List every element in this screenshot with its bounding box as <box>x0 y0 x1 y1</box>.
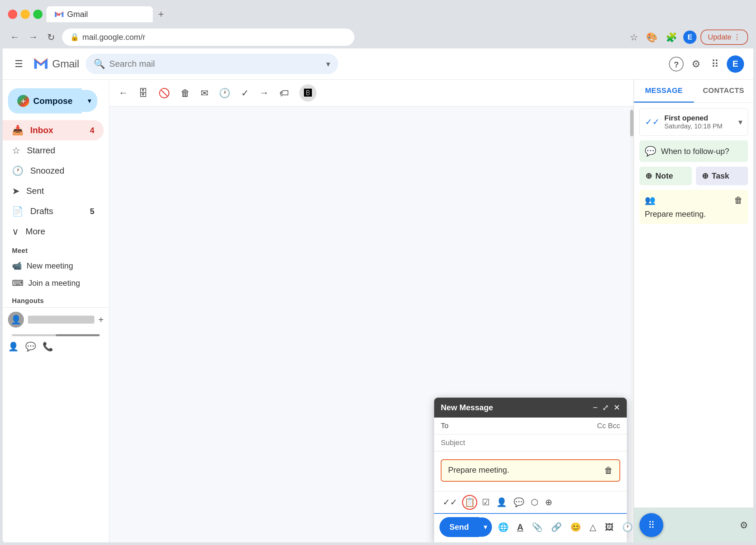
compose-close-button[interactable]: ✕ <box>614 403 620 412</box>
sidebar-item-sent[interactable]: ➤ Sent <box>3 181 104 201</box>
boomerang-toolbar: ✓✓ 📋 ☑ 👤 💬 ⬡ ⊕ <box>434 491 627 513</box>
browser-tab[interactable]: M Gmail <box>47 6 153 22</box>
boomerang-target-button[interactable]: ⊕ <box>543 495 554 509</box>
hangouts-section-title: Hangouts <box>3 292 109 307</box>
apps-fab-button[interactable]: ⠿ <box>639 513 663 537</box>
compose-note-delete-button[interactable]: 🗑 <box>604 465 613 476</box>
sidebar-item-inbox-label: Inbox <box>30 125 53 136</box>
compose-expand-button[interactable]: ⤢ <box>602 403 609 412</box>
refresh-button[interactable]: ↻ <box>45 30 57 45</box>
boomerang-avatar: 🅱 <box>299 84 317 102</box>
scrollbar-thumb[interactable] <box>630 110 633 136</box>
fullscreen-window-button[interactable] <box>33 10 43 19</box>
send-button[interactable]: Send <box>439 517 479 537</box>
color-extension-icon[interactable]: 🎨 <box>644 30 660 45</box>
sidebar-item-join-meeting[interactable]: ⌨ Join a meeting <box>3 274 109 292</box>
boomerang-chat-button[interactable]: 💬 <box>512 495 526 509</box>
toolbar-report-button[interactable]: 🚫 <box>156 85 173 101</box>
send-drive-button[interactable]: △ <box>587 519 599 535</box>
sidebar-item-starred[interactable]: ☆ Starred <box>3 140 104 161</box>
boomerang-check-button[interactable]: ☑ <box>480 495 492 509</box>
compose-button[interactable]: + Compose <box>8 88 82 114</box>
panel-settings-button[interactable]: ⚙ <box>740 520 748 531</box>
email-scroll-area[interactable]: New Message − ⤢ ✕ To Cc Bcc <box>109 107 633 542</box>
hamburger-menu-button[interactable]: ☰ <box>12 56 26 72</box>
toolbar-back-button[interactable]: ← <box>116 85 131 101</box>
phone-icon[interactable]: 📞 <box>43 341 53 352</box>
sidebar-item-inbox[interactable]: 📥 Inbox 4 <box>3 120 104 140</box>
send-schedule-button[interactable]: 🕐 <box>619 519 633 535</box>
minimize-window-button[interactable] <box>21 10 30 19</box>
new-tab-button[interactable]: + <box>155 6 167 23</box>
chat-icon[interactable]: 💬 <box>25 341 36 352</box>
sidebar-item-snoozed[interactable]: 🕐 Snoozed <box>3 161 104 181</box>
send-link-button[interactable]: 🔗 <box>548 519 564 535</box>
toolbar-move-button[interactable]: → <box>257 85 271 101</box>
follow-up-card[interactable]: 💬 When to follow-up? <box>639 140 748 162</box>
boomerang-code-button[interactable]: ⬡ <box>529 495 540 509</box>
gmail-avatar[interactable]: E <box>727 55 744 73</box>
compose-subject-input[interactable] <box>441 438 620 447</box>
close-window-button[interactable] <box>8 10 17 19</box>
boomerang-note-button[interactable]: 📋 <box>462 495 477 510</box>
compose-note-card: Prepare meeting. 🗑 <box>441 459 620 482</box>
search-dropdown-button[interactable]: ▾ <box>326 59 330 69</box>
header-icons: ? ⚙ ⠿ E <box>669 55 744 73</box>
sidebar-item-new-meeting[interactable]: 📹 New meeting <box>3 257 109 274</box>
browser-profile-avatar[interactable]: E <box>683 31 697 44</box>
boomerang-double-check-button[interactable]: ✓✓ <box>441 495 459 509</box>
compose-window-header: New Message − ⤢ ✕ <box>434 398 627 417</box>
address-bar[interactable]: 🔒 mail.google.com/r <box>62 29 354 46</box>
starred-icon: ☆ <box>12 145 20 156</box>
send-dropdown-button[interactable]: ▾ <box>479 517 492 537</box>
toolbar-label-button[interactable]: 🏷 <box>277 85 291 101</box>
scrollbar-track[interactable] <box>630 107 633 542</box>
toolbar-archive-button[interactable]: 🗄 <box>136 85 150 101</box>
help-button[interactable]: ? <box>669 57 684 71</box>
toolbar-delete-button[interactable]: 🗑 <box>178 85 193 101</box>
contacts-icon[interactable]: 👤 <box>8 341 19 352</box>
meet-section-title: Meet <box>3 242 109 257</box>
settings-button[interactable]: ⚙ <box>689 55 703 72</box>
sidebar-item-starred-label: Starred <box>27 145 55 156</box>
compose-to-input[interactable] <box>451 421 597 430</box>
compose-minimize-button[interactable]: − <box>593 403 598 412</box>
first-opened-row: ✓✓ First opened Saturday, 10:18 PM ▾ <box>640 109 748 136</box>
note-button[interactable]: ⊕ Note <box>639 167 692 185</box>
tab-contacts[interactable]: CONTACTS <box>694 80 754 103</box>
sidebar-item-more[interactable]: ∨ More <box>3 222 104 242</box>
tab-message[interactable]: MESSAGE <box>634 80 694 103</box>
hangouts-add-button[interactable]: + <box>98 314 104 325</box>
hangouts-user-row: 👤 + <box>3 307 109 331</box>
panel-note-group-icon: 👥 <box>645 195 655 206</box>
send-photo-button[interactable]: 🖼 <box>602 519 616 535</box>
right-panel: MESSAGE CONTACTS ✓✓ First opened Saturda… <box>634 80 753 542</box>
task-button[interactable]: ⊕ Task <box>696 167 748 185</box>
forward-button[interactable]: → <box>27 30 40 45</box>
toolbar-mark-unread-button[interactable]: ✉ <box>198 85 211 101</box>
search-icon[interactable]: 🔍 <box>94 58 105 69</box>
send-emoji-button[interactable]: 😊 <box>568 519 584 535</box>
toolbar-snooze-button[interactable]: 🕐 <box>216 85 233 101</box>
apps-button[interactable]: ⠿ <box>709 55 721 73</box>
compose-body[interactable]: Prepare meeting. 🗑 <box>434 451 627 491</box>
url-text: mail.google.com/r <box>82 33 346 42</box>
send-formatting-button[interactable]: 🌐 <box>495 519 511 535</box>
toolbar-mark-done-button[interactable]: ✓ <box>238 85 251 101</box>
extensions-icon[interactable]: 🧩 <box>664 30 679 45</box>
panel-note-card: 👥 🗑 Prepare meeting. <box>639 190 748 224</box>
update-button[interactable]: Update ⋮ <box>701 30 748 45</box>
send-attachment-button[interactable]: 📎 <box>529 519 545 535</box>
sidebar-item-drafts[interactable]: 📄 Drafts 5 <box>3 201 104 222</box>
compose-dropdown-button[interactable]: ▾ <box>82 90 97 112</box>
send-text-format-button[interactable]: A <box>515 519 526 535</box>
panel-note-delete-button[interactable]: 🗑 <box>734 195 743 206</box>
back-button[interactable]: ← <box>8 30 21 45</box>
bookmark-icon[interactable]: ☆ <box>628 30 640 45</box>
search-input[interactable] <box>109 59 322 69</box>
compose-cc-bcc-label[interactable]: Cc Bcc <box>597 421 620 430</box>
compose-header-buttons: − ⤢ ✕ <box>593 403 620 412</box>
first-opened-expand-button[interactable]: ▾ <box>738 118 742 127</box>
search-bar[interactable]: 🔍 ▾ <box>86 54 338 74</box>
boomerang-person-button[interactable]: 👤 <box>494 495 509 509</box>
